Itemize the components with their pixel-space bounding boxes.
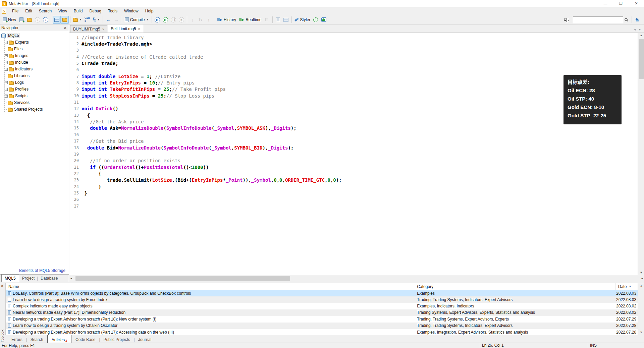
expand-plus-icon[interactable]: + <box>5 54 8 57</box>
tree-item-profiles[interactable]: +Profiles <box>1 86 69 93</box>
tab-close-icon[interactable]: × <box>138 27 140 31</box>
algo-trading-button[interactable] <box>320 16 328 24</box>
paste-button[interactable] <box>282 16 290 24</box>
tree-item-scripts[interactable]: +Scripts <box>1 93 69 99</box>
menu-item-view[interactable]: View <box>55 7 70 15</box>
navigator-close-icon[interactable]: ✕ <box>63 26 67 30</box>
tab-close-icon[interactable]: × <box>102 27 104 31</box>
search-options-button[interactable] <box>562 16 570 24</box>
horizontal-scroll-thumb[interactable] <box>75 276 290 281</box>
pause-button[interactable]: ❙❙ <box>169 16 177 24</box>
tree-item-shared-projects[interactable]: Shared Projects <box>1 106 69 113</box>
table-row[interactable]: Developing a trading Expert Advisor from… <box>6 316 638 323</box>
menu-item-file[interactable]: File <box>9 7 22 15</box>
navigator-tab-mql5[interactable]: MQL5 <box>1 274 19 282</box>
tree-item-experts[interactable]: +Experts <box>1 39 69 46</box>
toggle-navigator-button[interactable] <box>53 16 61 24</box>
table-vertical-scrollbar[interactable]: ∧ ∨ <box>638 283 644 335</box>
column-header-date[interactable]: Date ▼ <box>615 283 638 290</box>
tree-item-mql5-root[interactable]: { }MQL5 <box>1 32 69 39</box>
step-out-button[interactable]: ↑ <box>205 16 213 24</box>
column-header-category[interactable]: Category <box>414 283 615 290</box>
storage-update-button[interactable]: ↓ <box>42 16 50 24</box>
scroll-down-icon[interactable]: ▼ <box>638 271 644 274</box>
realtime-button[interactable]: ⇶▶ Realtime <box>237 16 263 24</box>
toolbox-tab-search[interactable]: Search| <box>26 336 47 343</box>
table-row[interactable]: Developing a trading Expert Advisor from… <box>6 329 638 335</box>
toolbox-tab-journal[interactable]: Journal <box>134 336 155 343</box>
menu-item-build[interactable]: Build <box>70 7 86 15</box>
compile-button[interactable]: Compile ▼ <box>123 16 150 24</box>
new-button[interactable]: New <box>1 16 17 24</box>
toolbox-tab-errors[interactable]: Errors| <box>7 336 26 343</box>
editor-tab-sell-limit-mq5[interactable]: Sell Limit.mq5× <box>108 25 143 33</box>
navigator-tab-database[interactable]: Database <box>38 275 61 282</box>
scroll-up-icon[interactable]: ▲ <box>638 34 644 37</box>
mql5-community-button[interactable] <box>312 16 320 24</box>
menu-item-tools[interactable]: Tools <box>105 7 121 15</box>
maximize-button[interactable]: ❐ <box>613 0 629 7</box>
stop-button[interactable]: ■ <box>177 16 185 24</box>
close-button[interactable]: ✕ <box>629 0 644 7</box>
code-editor[interactable]: 1//import Trade Library2#include<Trade\T… <box>69 33 638 275</box>
tree-item-libraries[interactable]: Libraries <box>1 72 69 79</box>
snippets-button[interactable]: ▼ <box>72 16 83 24</box>
toolbox-close-icon[interactable]: ✕ <box>1 284 4 288</box>
vertical-scroll-thumb[interactable] <box>639 39 644 79</box>
profiler-stop-button[interactable] <box>263 16 271 24</box>
styler-button[interactable]: Styler <box>293 16 312 24</box>
tab-scroll-right-icon[interactable]: ▸ <box>639 27 641 31</box>
tree-item-logs[interactable]: +Logs <box>1 79 69 86</box>
expand-plus-icon[interactable]: + <box>5 41 8 44</box>
search-icon[interactable] <box>625 18 628 21</box>
navigate-back-button[interactable]: ← <box>104 16 112 24</box>
tree-item-files[interactable]: Files <box>1 46 69 52</box>
table-row[interactable]: Complex indicators made easy using objec… <box>6 303 638 309</box>
menu-item-edit[interactable]: Edit <box>22 7 36 15</box>
step-into-button[interactable]: ↓ <box>189 16 197 24</box>
toggle-toolbox-button[interactable] <box>61 16 69 24</box>
scroll-down-icon[interactable]: ∨ <box>638 331 644 334</box>
start-profiling-button[interactable]: ▶ <box>161 16 169 24</box>
insert-function-button[interactable]: fx▼ <box>91 16 101 24</box>
tree-item-indicators[interactable]: +Indicators <box>1 66 69 72</box>
menu-item-search[interactable]: Search <box>36 7 55 15</box>
tree-item-services[interactable]: Services <box>1 99 69 106</box>
minimize-button[interactable]: — <box>598 0 613 7</box>
copy-button[interactable] <box>274 16 282 24</box>
table-row[interactable]: Learn how to design a trading system by … <box>6 296 638 303</box>
search-input[interactable] <box>573 16 623 23</box>
editor-tab-buylimit-mq5[interactable]: BUYLIMIT.mq5× <box>70 25 107 33</box>
expand-plus-icon[interactable]: + <box>5 81 8 84</box>
scroll-right-icon[interactable]: ▸ <box>641 277 643 280</box>
menu-item-window[interactable]: Window <box>121 7 142 15</box>
tab-scroll-left-icon[interactable]: ◂ <box>634 27 636 31</box>
table-row[interactable]: Learn how to design a trading system by … <box>6 323 638 329</box>
toolbox-tab-articles[interactable]: Articles2 <box>47 335 71 343</box>
learn-button[interactable] <box>633 16 642 24</box>
menu-item-debug[interactable]: Debug <box>86 7 105 15</box>
storage-checkout-button[interactable]: ↓ <box>34 16 42 24</box>
start-debug-button[interactable]: ▶ <box>153 16 161 24</box>
column-header-name[interactable]: Name <box>6 283 414 290</box>
editor-horizontal-scrollbar[interactable]: ◂ ▸ <box>69 275 644 282</box>
toolbox-tab-public-projects[interactable]: Public Projects| <box>99 336 134 343</box>
scroll-up-icon[interactable]: ∧ <box>638 284 644 288</box>
expand-plus-icon[interactable]: + <box>5 95 8 98</box>
scroll-left-icon[interactable]: ◂ <box>70 277 72 280</box>
tree-item-include[interactable]: +Include <box>1 59 69 66</box>
table-row[interactable]: DoEasy. Controls (Part 8): Base WinForms… <box>6 290 638 296</box>
new-window-button[interactable] <box>17 16 25 24</box>
tree-item-images[interactable]: +Images <box>1 52 69 59</box>
navigator-tab-project[interactable]: Project| <box>19 275 38 282</box>
expand-plus-icon[interactable]: + <box>5 88 8 91</box>
toolbox-tab-code-base[interactable]: Code Base| <box>71 336 99 343</box>
table-row[interactable]: Neural networks made easy (Part 17): Dim… <box>6 309 638 316</box>
history-button[interactable]: ⇶▶ History <box>216 16 237 24</box>
editor-vertical-scrollbar[interactable]: ▲ ▼ <box>638 33 644 275</box>
open-button[interactable] <box>25 16 34 24</box>
navigate-forward-button[interactable]: → <box>112 16 120 24</box>
expand-plus-icon[interactable]: + <box>5 68 8 71</box>
insert-variable-button[interactable]: VAR3 <box>83 16 91 24</box>
step-over-button[interactable]: ↻ <box>197 16 205 24</box>
